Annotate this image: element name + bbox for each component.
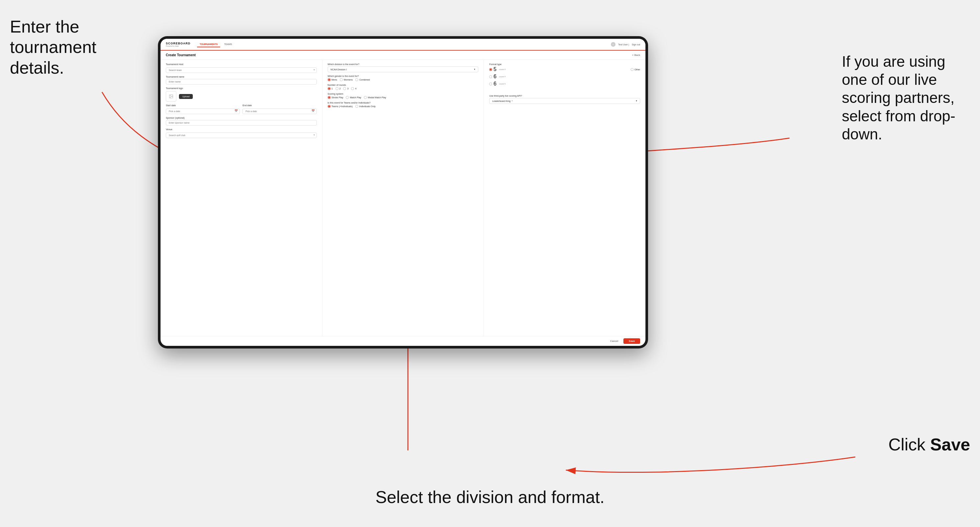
format-6count4-label: 6 — [493, 74, 496, 79]
svg-point-2 — [170, 95, 171, 96]
team-teams-label: Teams (+Individuals) — [332, 105, 353, 108]
gender-label: Which gender is the event for? — [328, 75, 479, 77]
team-label: Is this event for Teams and/or Individua… — [328, 102, 479, 104]
nav-tabs: TOURNAMENTS TEAMS — [197, 42, 611, 48]
end-date-wrapper: 📅 — [242, 108, 317, 114]
tag-close-icon[interactable]: ✕ — [511, 100, 513, 102]
round-2[interactable]: 2 — [336, 87, 341, 90]
format-6count5-label: 6 — [493, 81, 496, 87]
tournament-name-group: Tournament name — [166, 76, 317, 84]
round-4-label: 4 — [355, 87, 356, 90]
cancel-button[interactable]: Cancel — [607, 338, 621, 344]
round-1-radio[interactable] — [328, 87, 331, 90]
gender-mens-radio[interactable] — [328, 78, 331, 81]
tablet-screen: SCOREBOARD Powered by clippi TOURNAMENTS… — [161, 39, 646, 346]
scoring-stroke-label: Stroke Play — [332, 96, 344, 98]
dropdown-icon: ▾ — [313, 68, 315, 71]
format-5count4-count: count 4 — [499, 68, 506, 70]
brand-name: SCOREBOARD — [166, 42, 191, 45]
form-body: Tournament Host ▾ Tournament name Tourna — [161, 60, 646, 336]
sponsor-input[interactable] — [166, 120, 317, 125]
venue-dropdown-icon: ▾ — [313, 133, 315, 137]
gender-womens[interactable]: Womens — [340, 78, 353, 81]
gender-womens-radio[interactable] — [340, 78, 343, 81]
gender-combined-radio[interactable] — [355, 78, 358, 81]
format-6count4[interactable]: 6 count 4 — [489, 74, 506, 79]
team-group: Is this event for Teams and/or Individua… — [328, 102, 479, 108]
format-other-radio[interactable] — [631, 68, 633, 71]
scoring-match-radio[interactable] — [346, 96, 349, 99]
calendar-icon-2: 📅 — [312, 110, 315, 113]
venue-input[interactable] — [166, 132, 317, 138]
user-text: Test User | — [618, 43, 629, 46]
tournament-name-input[interactable] — [166, 79, 317, 84]
format-6count4-count: count 4 — [499, 76, 506, 78]
tournament-host-input[interactable] — [166, 67, 317, 73]
tablet-device: SCOREBOARD Powered by clippi TOURNAMENTS… — [158, 36, 648, 349]
format-row-3: 6 count 5 — [489, 81, 640, 87]
gender-combined[interactable]: Combined — [355, 78, 370, 81]
tab-tournaments[interactable]: TOURNAMENTS — [197, 42, 220, 48]
format-6count4-radio[interactable] — [489, 75, 492, 78]
gender-womens-label: Womens — [344, 79, 353, 81]
rounds-label: Number of rounds — [328, 84, 479, 86]
scoring-medal-label: Medal Match Play — [368, 96, 386, 98]
venue-label: Venue — [166, 128, 317, 130]
format-5count4-label: 5 — [493, 67, 496, 72]
format-other-label: Other — [635, 68, 641, 71]
team-teams-radio[interactable] — [328, 105, 331, 108]
team-individuals-radio[interactable] — [355, 105, 358, 108]
scoring-medal[interactable]: Medal Match Play — [364, 96, 386, 99]
round-2-radio[interactable] — [336, 87, 339, 90]
team-teams[interactable]: Teams (+Individuals) — [328, 105, 353, 108]
division-group: Which division is the event for? NCAA Di… — [328, 63, 479, 72]
start-date-input[interactable] — [166, 108, 240, 114]
live-scoring-tag: Leaderboard King ✕ — [492, 100, 513, 102]
format-options: 5 count 4 Other — [489, 67, 640, 87]
format-5count4[interactable]: 5 count 4 — [489, 67, 506, 72]
gender-mens-label: Mens — [332, 79, 337, 81]
format-6count5-radio[interactable] — [489, 83, 492, 86]
format-other[interactable]: Other — [631, 68, 641, 71]
page-header: Create Tournament < Back — [161, 51, 646, 60]
live-scoring-select[interactable]: Leaderboard King ✕ ▾ — [489, 98, 640, 104]
annotation-topleft: Enter the tournament details. — [10, 16, 99, 78]
division-select[interactable]: NCAA Division I ▾ — [328, 67, 479, 72]
format-row-1: 5 count 4 Other — [489, 67, 640, 72]
team-individuals[interactable]: Individuals Only — [355, 105, 375, 108]
upload-button[interactable]: Upload — [179, 94, 193, 99]
team-radio-group: Teams (+Individuals) Individuals Only — [328, 105, 479, 108]
scoring-stroke[interactable]: Stroke Play — [328, 96, 344, 99]
back-link[interactable]: < Back — [632, 54, 640, 57]
gender-mens[interactable]: Mens — [328, 78, 337, 81]
navbar: SCOREBOARD Powered by clippi TOURNAMENTS… — [161, 39, 646, 51]
save-button[interactable]: Save — [624, 338, 640, 344]
format-5count4-radio[interactable] — [489, 68, 492, 71]
sponsor-label: Sponsor (optional) — [166, 117, 317, 119]
round-3-radio[interactable] — [343, 87, 346, 90]
end-date-input[interactable] — [242, 108, 317, 114]
tournament-logo-group: Tournament logo Upload — [166, 87, 317, 102]
live-scoring-chevron: ▾ — [636, 100, 637, 102]
main-content: Create Tournament < Back Tournament Host… — [161, 51, 646, 346]
user-avatar: U — [611, 42, 616, 47]
start-date-label: Start date — [166, 104, 240, 106]
form-col-3: Format type 5 count 4 — [484, 60, 646, 336]
round-1[interactable]: 1 — [328, 87, 333, 90]
brand-logo: SCOREBOARD Powered by clippi — [166, 42, 191, 47]
division-value: NCAA Division I — [331, 68, 347, 71]
logo-area: Upload — [166, 91, 317, 102]
scoring-medal-radio[interactable] — [364, 96, 367, 99]
format-6count5[interactable]: 6 count 5 — [489, 81, 506, 87]
tab-teams[interactable]: TEAMS — [221, 42, 235, 48]
round-3[interactable]: 3 — [343, 87, 348, 90]
scoring-stroke-radio[interactable] — [328, 96, 331, 99]
format-row-2: 6 count 4 — [489, 74, 640, 79]
round-4-radio[interactable] — [351, 87, 354, 90]
round-4[interactable]: 4 — [351, 87, 356, 90]
tournament-name-label: Tournament name — [166, 76, 317, 78]
tournament-host-group: Tournament Host ▾ — [166, 63, 317, 73]
annotation-topright: If you are using one of our live scoring… — [842, 52, 970, 143]
signout-link[interactable]: Sign out — [632, 43, 640, 46]
scoring-match[interactable]: Match Play — [346, 96, 361, 99]
